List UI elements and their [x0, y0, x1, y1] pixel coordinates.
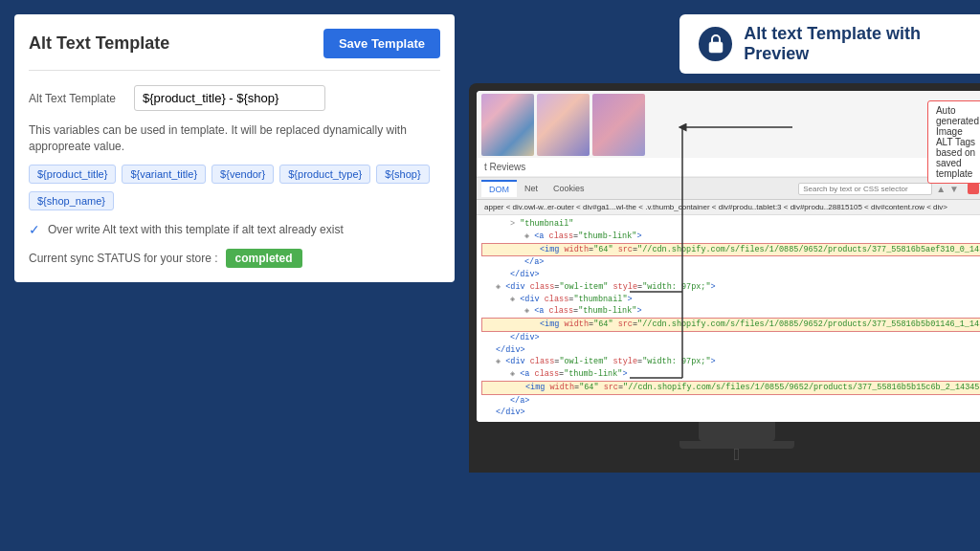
error-buttons: [968, 183, 980, 194]
variable-product-type[interactable]: ${product_type}: [279, 165, 370, 184]
code-line-5: </div>: [481, 269, 980, 281]
save-template-button[interactable]: Save Template: [323, 29, 440, 58]
screen-content: › Auto generated Image ALT Tags based on…: [477, 91, 980, 422]
code-line-8: ◈ <a class="thumb-link">: [481, 305, 980, 318]
code-line-3-highlight: <img width="64" src="//cdn.shopify.com/s…: [481, 243, 980, 257]
variables-row: ${product_title} ${variant_title} ${vend…: [29, 165, 440, 184]
product-image-3: [592, 94, 645, 156]
main-container: Alt Text Template Save Template Alt Text…: [0, 0, 980, 551]
devtools-tab-dom[interactable]: DOM: [481, 180, 517, 197]
header-bar: Alt text Template with Preview: [679, 14, 980, 74]
template-input[interactable]: [134, 85, 325, 111]
code-line-9-highlight: <img width="64" src="//cdn.shopify.com/s…: [481, 318, 980, 332]
reviews-tab-label: t Reviews: [484, 162, 525, 172]
variable-vendor[interactable]: ${vendor}: [212, 165, 274, 184]
apple-logo-icon: : [734, 445, 741, 465]
code-line-14-highlight: <img width="64" src="//cdn.shopify.com/s…: [481, 381, 980, 395]
devtools-toolbar: DOM Net Cookies ▲ ▼: [477, 178, 980, 200]
panel-header: Alt Text Template Save Template: [29, 29, 440, 71]
code-line-16: </div>: [481, 407, 980, 419]
devtools-tab-net[interactable]: Net: [517, 181, 546, 196]
status-label: Current sync STATUS for your store :: [29, 252, 218, 265]
alt-tag-callout: Auto generated Image ALT Tags based on s…: [927, 100, 980, 184]
devtools-nav-up-icon[interactable]: ▲: [936, 184, 946, 194]
variable-product-title[interactable]: ${product_title}: [29, 165, 116, 184]
monitor: › Auto generated Image ALT Tags based on…: [469, 83, 980, 473]
header-title: Alt text Template with Preview: [744, 24, 980, 64]
variable-shop-name[interactable]: ${shop_name}: [29, 191, 114, 210]
left-panel: Alt Text Template Save Template Alt Text…: [14, 14, 455, 282]
error-close-button[interactable]: [968, 183, 979, 194]
lock-icon: [705, 33, 726, 55]
code-line-7: ◈ <div class="thumbnail">: [481, 294, 980, 306]
code-line-2: ◈ <a class="thumb-link">: [481, 231, 980, 243]
variable-shop[interactable]: ${shop}: [376, 165, 429, 184]
status-badge: completed: [226, 249, 302, 268]
devtools-tab-cookies[interactable]: Cookies: [546, 181, 592, 196]
code-line-11: </div>: [481, 344, 980, 357]
devtools-search-input[interactable]: [798, 183, 932, 195]
monitor-screen: › Auto generated Image ALT Tags based on…: [477, 91, 980, 422]
right-panel: Alt text Template with Preview ›: [469, 14, 980, 537]
variable-variant-title[interactable]: ${variant_title}: [122, 165, 206, 184]
code-area: > "thumbnail" ◈ <a class="thumb-link"> <…: [477, 215, 980, 422]
header-icon: [699, 27, 732, 61]
devtools-tabs-row: DOM Net Cookies: [481, 180, 592, 197]
code-line-6: ◈ <div class="owl-item" style="width: 97…: [481, 281, 980, 294]
code-line-4: </a>: [481, 256, 980, 269]
code-line-15: </a>: [481, 395, 980, 408]
product-image-1: [481, 94, 534, 156]
template-form-row: Alt Text Template: [29, 85, 440, 111]
code-line-12: ◈ <div class="owl-item" style="width: 97…: [481, 356, 980, 368]
panel-title: Alt Text Template: [29, 33, 169, 54]
monitor-stand: [699, 422, 775, 441]
code-line-10: </div>: [481, 332, 980, 344]
checkbox-row: ✓ Over write Alt text with this template…: [29, 222, 440, 237]
overwrite-checkbox-label: Over write Alt text with this template i…: [48, 223, 344, 236]
alt-tag-callout-text: Auto generated Image ALT Tags based on s…: [936, 105, 979, 179]
product-image-2: [537, 94, 590, 156]
template-label: Alt Text Template: [29, 92, 124, 105]
devtools-panel: DOM Net Cookies ▲ ▼: [477, 177, 980, 422]
status-row: Current sync STATUS for your store : com…: [29, 249, 440, 268]
breadcrumb: apper < div.owl-w..er-outer < div#ga1...…: [477, 200, 980, 215]
reviews-bar: t Reviews: [477, 158, 980, 177]
product-strip: › Auto generated Image ALT Tags based on…: [477, 91, 980, 158]
checkbox-checkmark-icon: ✓: [29, 222, 40, 237]
variables-row-2: ${shop_name}: [29, 191, 440, 210]
code-line-13: ◈ <a class="thumb-link">: [481, 368, 980, 381]
code-line-1: > "thumbnail": [481, 218, 980, 231]
devtools-nav-down-icon[interactable]: ▼: [949, 184, 959, 194]
description-text: This variables can be used in template. …: [29, 122, 440, 155]
svg-rect-0: [709, 42, 723, 53]
